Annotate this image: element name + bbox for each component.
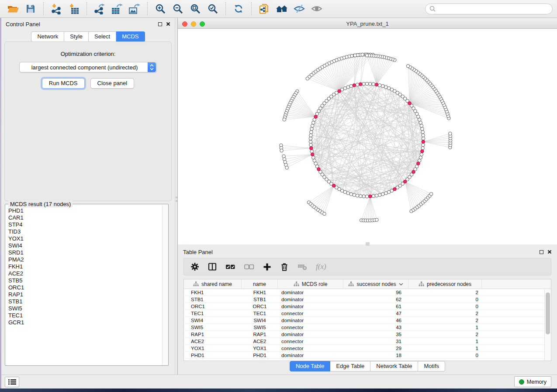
column-header-shared-name[interactable]: shared name xyxy=(184,279,242,289)
graph-node[interactable] xyxy=(356,83,359,86)
tab-style[interactable]: Style xyxy=(64,31,89,42)
graph-node[interactable] xyxy=(420,153,423,156)
close-panel-button[interactable]: Close panel xyxy=(90,78,135,89)
hide-selected-icon[interactable] xyxy=(292,2,307,16)
zoom-in-icon[interactable] xyxy=(153,2,168,16)
export-image-icon[interactable] xyxy=(127,2,142,16)
mcds-result-item[interactable]: SWI4 xyxy=(8,242,162,249)
graph-node-mcds[interactable] xyxy=(421,150,424,153)
tab-network[interactable]: Network xyxy=(31,31,64,42)
graph-node-mcds[interactable] xyxy=(338,89,341,93)
column-header-successor-nodes[interactable]: successor nodes xyxy=(343,279,408,289)
graph-node[interactable] xyxy=(422,143,425,147)
mcds-result-item[interactable]: SWI5 xyxy=(8,305,162,312)
table-row[interactable]: SWI5SWI5connector431 xyxy=(184,324,544,331)
mcds-result-item[interactable]: ACE2 xyxy=(8,270,162,277)
export-network-icon[interactable] xyxy=(92,2,107,16)
mcds-result-item[interactable]: GCR1 xyxy=(8,319,162,326)
graph-node[interactable] xyxy=(309,143,313,147)
zoom-selected-icon[interactable] xyxy=(205,2,220,16)
mcds-result-item[interactable]: ORC1 xyxy=(8,284,162,291)
graph-node[interactable] xyxy=(422,134,425,137)
graph-node[interactable] xyxy=(306,77,309,80)
graph-node-mcds[interactable] xyxy=(332,184,336,188)
graph-node[interactable] xyxy=(419,121,422,124)
splitter-handle[interactable] xyxy=(176,195,177,202)
mcds-result-item[interactable]: PHD1 xyxy=(8,207,162,214)
graph-node[interactable] xyxy=(375,194,378,197)
graph-node-mcds[interactable] xyxy=(375,83,378,86)
close-panel-icon[interactable] xyxy=(166,22,170,26)
table-row[interactable]: ACE2ACE2connector311 xyxy=(184,338,544,345)
graph-node-mcds[interactable] xyxy=(408,102,412,105)
graph-node[interactable] xyxy=(312,156,315,159)
graph-node[interactable] xyxy=(283,118,286,121)
memory-button[interactable]: Memory xyxy=(514,376,551,387)
graph-node[interactable] xyxy=(285,166,289,169)
table-scrollbar-thumb[interactable] xyxy=(546,292,550,334)
column-header-mcds-role[interactable]: MCDS role xyxy=(278,279,343,289)
mcds-result-item[interactable]: TEC1 xyxy=(8,312,162,319)
float-panel-icon[interactable] xyxy=(540,250,543,254)
graph-node[interactable] xyxy=(359,194,363,198)
run-mcds-button[interactable]: Run MCDS xyxy=(42,78,85,89)
graph-node[interactable] xyxy=(420,124,423,127)
graph-node-mcds[interactable] xyxy=(393,188,397,191)
graph-node[interactable] xyxy=(422,137,425,141)
graph-node[interactable] xyxy=(429,193,433,196)
float-panel-icon[interactable] xyxy=(158,22,162,26)
delete-column-icon[interactable] xyxy=(280,262,289,271)
graph-node[interactable] xyxy=(378,193,381,197)
graph-node[interactable] xyxy=(349,84,353,88)
table-scrollbar[interactable] xyxy=(544,289,551,361)
tab-mcds[interactable]: MCDS xyxy=(116,31,145,42)
import-table-icon[interactable] xyxy=(66,2,81,16)
graph-node[interactable] xyxy=(353,54,357,57)
export-table-icon[interactable] xyxy=(110,2,125,16)
mcds-result-item[interactable]: STB5 xyxy=(8,277,162,284)
show-all-icon[interactable] xyxy=(309,2,324,16)
graph-node[interactable] xyxy=(349,193,353,196)
window-zoom-button[interactable] xyxy=(200,21,205,27)
table-settings-gear-icon[interactable] xyxy=(190,262,199,271)
zoom-fit-icon[interactable] xyxy=(188,2,203,16)
table-row[interactable]: PHD1PHD1dominator180 xyxy=(184,352,544,359)
tab-network-table[interactable]: Network Table xyxy=(370,361,418,371)
add-column-icon[interactable] xyxy=(263,263,271,271)
mcds-result-list[interactable]: PHD1CAR1STP4TID3YOX1SWI4SRD1PMA2FKH1ACE2… xyxy=(6,206,162,365)
search-input[interactable] xyxy=(438,6,543,12)
graph-node[interactable] xyxy=(309,137,312,141)
graph-node-mcds[interactable] xyxy=(369,195,372,198)
graph-node[interactable] xyxy=(362,195,366,198)
mcds-result-item[interactable]: RAP1 xyxy=(8,291,162,298)
zoom-out-icon[interactable] xyxy=(170,2,185,16)
graph-node-mcds[interactable] xyxy=(311,153,314,156)
graph-node[interactable] xyxy=(309,134,313,137)
mcds-result-item[interactable]: FKH1 xyxy=(8,263,162,270)
graph-node[interactable] xyxy=(311,124,314,127)
graph-node[interactable] xyxy=(421,131,425,134)
mcds-result-item[interactable]: CAR1 xyxy=(8,214,162,221)
graph-node-mcds[interactable] xyxy=(417,162,420,165)
optimization-criterion-select[interactable]: largest connected component (undirected) xyxy=(19,62,157,72)
graph-node[interactable] xyxy=(365,195,369,198)
import-network-icon[interactable] xyxy=(49,2,64,16)
graph-node[interactable] xyxy=(372,83,375,86)
graph-node-mcds[interactable] xyxy=(359,83,363,86)
clone-network-icon[interactable] xyxy=(257,2,272,16)
column-header-predecessor-nodes[interactable]: predecessor nodes xyxy=(408,279,482,289)
horizontal-splitter-handle[interactable] xyxy=(366,242,370,246)
table-row[interactable]: FKH1FKH1dominator962 xyxy=(184,289,544,296)
show-columns-icon[interactable] xyxy=(208,262,217,271)
graph-node[interactable] xyxy=(323,212,326,216)
search-box[interactable] xyxy=(425,3,553,14)
open-folder-icon[interactable] xyxy=(6,2,21,16)
network-graph[interactable] xyxy=(178,29,557,244)
graph-node[interactable] xyxy=(372,194,375,198)
mcds-result-scrollbar[interactable] xyxy=(162,205,168,365)
graph-node[interactable] xyxy=(310,131,313,134)
graph-node-mcds[interactable] xyxy=(422,140,425,144)
table-row[interactable]: YOX1YOX1connector291 xyxy=(184,345,544,352)
mcds-result-item[interactable]: YOX1 xyxy=(8,235,162,242)
mcds-result-item[interactable]: TID3 xyxy=(8,228,162,235)
